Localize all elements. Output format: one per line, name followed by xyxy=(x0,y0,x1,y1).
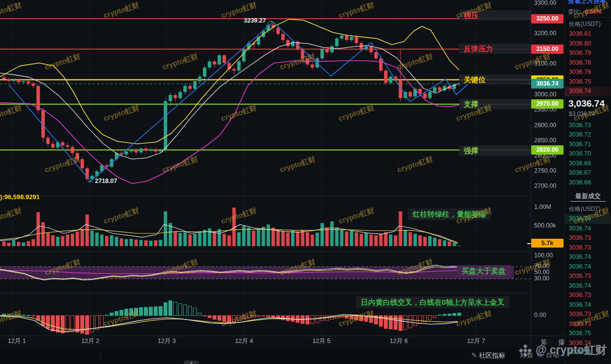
bid-row[interactable]: 3036.69 xyxy=(565,159,611,169)
weibi-label: 委比: xyxy=(568,8,581,15)
time-axis-label[interactable]: 12月 2 xyxy=(81,337,99,345)
axis-tick-label: 2850.00 xyxy=(534,137,556,144)
ask-row[interactable]: 3036.79 xyxy=(565,48,611,58)
trade-row[interactable]: 3036.73 xyxy=(565,272,611,281)
trade-row[interactable]: 3036.74 xyxy=(565,214,611,224)
chevron-up-icon: ▲ xyxy=(184,361,199,364)
last-price: 3,036.74 xyxy=(565,96,611,110)
last-price-usd: $3,036.74 xyxy=(565,110,611,119)
price-level-badge: 2970.00 xyxy=(531,99,564,109)
axis-tick-label: 2750.00 xyxy=(534,167,556,174)
axis-tick-label: 100.00 xyxy=(534,252,553,259)
bid-row[interactable]: 3036.71 xyxy=(565,140,611,150)
bid-row[interactable]: 3036.66 xyxy=(565,178,611,188)
price-axis[interactable]: 3300.003200.003100.003000.002950.002900.… xyxy=(531,0,564,347)
current-price-badge: 3036.74 xyxy=(531,79,564,89)
trade-price-header: 价格(USDT) xyxy=(565,203,611,214)
order-book-panel: 查看上方挂单 委比: -0.56% 价格(USDT) 3036.813036.8… xyxy=(564,0,611,364)
axis-tick-label: 3000.00 xyxy=(534,91,556,98)
macd-annotation: 日内黄白线交叉，白线在0轴上方呈水上金叉 xyxy=(356,296,509,308)
ask-row[interactable]: 3036.81 xyxy=(565,29,611,39)
ask-row[interactable]: 3036.78 xyxy=(565,58,611,68)
ask-price-header: 价格(USDT) xyxy=(565,18,611,29)
time-axis-label[interactable]: 12月 5 xyxy=(312,337,330,345)
price-level-badge: 3150.00 xyxy=(531,45,564,54)
price-chart-canvas[interactable] xyxy=(0,0,564,364)
ask-row[interactable]: 3036.75 xyxy=(565,77,611,87)
time-axis-label[interactable]: 12月 4 xyxy=(235,337,253,345)
peak-price-note: 3239.27 → xyxy=(244,17,274,24)
axis-tick-label: 500.00k xyxy=(534,222,556,229)
trade-row[interactable]: 3036.73 xyxy=(565,319,611,329)
axis-tick-label: 2900.00 xyxy=(534,122,556,129)
tab-divider xyxy=(100,352,101,360)
volume-annotation: 红柱转绿柱，量能萎缩 xyxy=(408,208,491,220)
macd-tab-caret[interactable]: ▲ xyxy=(184,361,199,364)
latest-trades-header: 最新成交 xyxy=(565,191,611,201)
trade-row[interactable]: 3036.74 xyxy=(565,339,611,348)
level-label: 强压 xyxy=(459,10,531,21)
community-indicator-button[interactable]: ✎ 社区指标 xyxy=(471,351,505,360)
level-label: 关键位 xyxy=(459,74,531,85)
axis-tick-label: 2700.00 xyxy=(534,182,556,189)
axis-tick-label: 3100.00 xyxy=(534,60,556,67)
trade-row[interactable]: 3036.73 xyxy=(565,291,611,300)
bid-row[interactable]: 3036.67 xyxy=(565,168,611,178)
volume-indicator-value: ):96,598.9291 xyxy=(0,193,40,201)
bid-row[interactable]: 3036.70 xyxy=(565,149,611,159)
trade-row[interactable]: 3036.73 xyxy=(565,233,611,243)
axis-tick-label: 3200.00 xyxy=(534,30,556,37)
view-upper-orders-link[interactable]: 查看上方挂单 xyxy=(565,0,611,5)
time-axis-label[interactable]: 12月 7 xyxy=(467,337,485,345)
trade-row[interactable]: 3036.73 xyxy=(565,310,611,319)
price-level-badge: 3250.00 xyxy=(531,14,564,23)
trade-row[interactable]: 3036.75 xyxy=(565,329,611,339)
scale-options[interactable]: 对数 % 自动 xyxy=(520,351,560,360)
level-label: 强撑 xyxy=(459,145,531,156)
trade-row[interactable]: 3036.74 xyxy=(565,252,611,262)
axis-tick-label: 50.00 xyxy=(534,269,549,275)
trade-row[interactable]: 3036.74 xyxy=(565,224,611,234)
bid-row[interactable]: 3036.72 xyxy=(565,130,611,140)
ask-row[interactable]: 3036.74 xyxy=(565,87,611,96)
price-level-badge: 2820.00 xyxy=(531,145,564,155)
time-axis-label[interactable]: 12月 1 xyxy=(8,337,26,345)
trade-row[interactable]: 3036.73 xyxy=(565,243,611,253)
rsi-annotation: 买盘大于卖盘 xyxy=(457,265,511,277)
axis-tick-label: 30.00 xyxy=(534,275,549,282)
trading-terminal: 3300.003200.003100.003000.002950.002900.… xyxy=(0,0,611,364)
bid-row[interactable]: 3036.73 xyxy=(565,121,611,131)
level-label: 支撑 xyxy=(459,99,531,109)
axis-tick-label: 3300.00 xyxy=(534,0,556,6)
axis-tick-label: 0.00 xyxy=(534,312,546,318)
time-axis-label[interactable]: 12月 6 xyxy=(390,337,408,345)
low-price-note: ← 2718.07 xyxy=(87,178,117,184)
last-volume-badge: 5.7k xyxy=(531,239,564,248)
time-axis-label[interactable]: 12月 3 xyxy=(158,337,176,345)
ask-row[interactable]: 3036.80 xyxy=(565,39,611,49)
weibi-value: -0.56% xyxy=(583,8,602,15)
level-label: 反弹压力 xyxy=(459,44,531,54)
axis-tick-label: 1.00M xyxy=(534,204,551,210)
trade-row[interactable]: 3036.74 xyxy=(565,300,611,310)
trade-row[interactable]: 3036.74 xyxy=(565,281,611,291)
trade-row[interactable]: 3036.74 xyxy=(565,348,611,358)
trade-row[interactable]: 3036.74 xyxy=(565,262,611,272)
ask-row[interactable]: 3036.76 xyxy=(565,68,611,77)
pencil-icon: ✎ xyxy=(471,352,479,359)
